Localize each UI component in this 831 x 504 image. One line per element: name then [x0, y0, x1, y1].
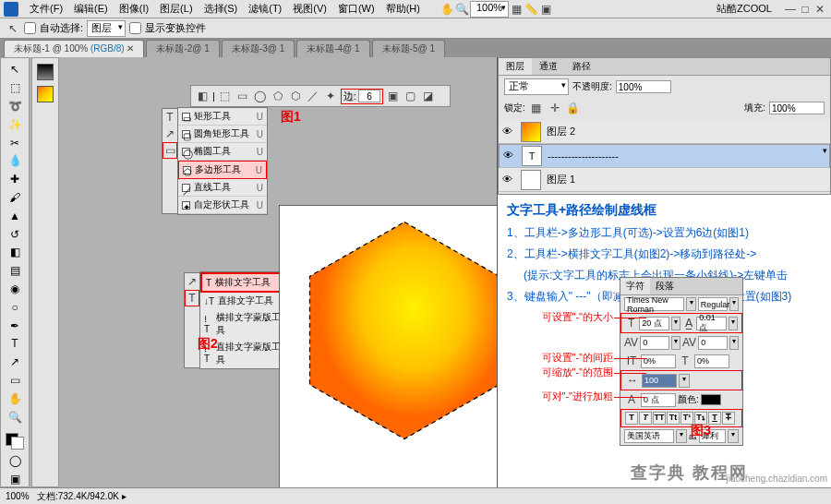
minimize-icon[interactable]: —	[783, 2, 798, 17]
menu-image[interactable]: 图像(I)	[114, 2, 154, 16]
font-family-select[interactable]: Times New Roman	[624, 297, 684, 311]
layer-row-2[interactable]: 👁 图层 2	[499, 120, 830, 144]
menu-view[interactable]: 视图(V)	[287, 2, 332, 16]
stamp-tool[interactable]: ▲	[5, 208, 25, 223]
menu-file[interactable]: 文件(F)	[24, 2, 68, 16]
flyout-horizontal-type[interactable]: T横排文字工具	[202, 274, 289, 291]
flyout-rounded-rect[interactable]: ▢圆角矩形工具U	[178, 126, 267, 143]
tab-paths[interactable]: 路径	[565, 58, 598, 75]
shape-mode-7[interactable]: ✦	[323, 89, 338, 103]
menu-help[interactable]: 帮助(H)	[380, 2, 426, 16]
type-icon-2[interactable]: T	[185, 290, 199, 306]
screen-mode-tool[interactable]: ▣	[5, 471, 25, 486]
shape-mode-5[interactable]: ⬡	[288, 89, 303, 103]
ruler-icon[interactable]: 📏	[524, 2, 538, 17]
allcaps-button[interactable]: TT	[653, 412, 666, 425]
zoom-level-select[interactable]: 100%	[470, 1, 509, 18]
layer-row-1[interactable]: 👁 图层 1	[499, 168, 830, 192]
zoom-icon[interactable]: 🔍	[455, 2, 470, 17]
hscale-input[interactable]: 100	[642, 374, 677, 388]
path-select-tool[interactable]: ↗	[5, 354, 25, 370]
pen-tool[interactable]: ✒	[5, 318, 25, 333]
nav-icon[interactable]: ▣	[538, 2, 553, 17]
heal-tool[interactable]: ✚	[5, 172, 25, 187]
tab-character[interactable]: 字符	[620, 278, 650, 294]
grid-icon[interactable]: ▦	[509, 2, 524, 17]
hand-tool[interactable]: ✋	[5, 390, 25, 406]
shape-mode-2[interactable]: ▭	[235, 89, 250, 103]
vscale-input[interactable]: 0%	[641, 354, 676, 368]
zoom-tool[interactable]: 🔍	[5, 409, 25, 425]
intersect-icon[interactable]: ◪	[421, 89, 436, 103]
close-icon[interactable]: ✕	[813, 2, 827, 17]
hand-icon[interactable]: ✋	[440, 2, 455, 17]
crop-tool[interactable]: ✂	[5, 135, 25, 150]
move-tool[interactable]: ↖	[5, 62, 25, 78]
shape-icon[interactable]: ▭	[163, 142, 177, 159]
type-icon[interactable]: T	[163, 109, 177, 126]
tab-doc-1[interactable]: 未标题-1 @ 100% (RGB/8) ✕	[4, 40, 144, 57]
shape-mode-6[interactable]: ／	[306, 89, 320, 103]
smallcaps-button[interactable]: Tt	[667, 412, 680, 425]
shape-tool[interactable]: ▭	[5, 373, 25, 389]
auto-select-dropdown[interactable]: 图层	[87, 20, 126, 37]
dropdown-icon[interactable]: ▾	[686, 297, 695, 311]
subtract-icon[interactable]: ▢	[403, 89, 418, 103]
baseline-shift-input[interactable]: 0 点	[641, 393, 676, 407]
menu-layer[interactable]: 图层(L)	[154, 2, 198, 16]
opacity-input[interactable]: 100%	[616, 80, 671, 93]
menu-window[interactable]: 窗口(W)	[332, 2, 380, 16]
combine-icon[interactable]: ▣	[386, 89, 401, 103]
flyout-custom-shape[interactable]: ✦自定形状工具U	[178, 197, 267, 214]
flyout-vertical-type[interactable]: ↓T直排文字工具	[200, 293, 291, 309]
shape-mode-4[interactable]: ⬠	[271, 89, 285, 103]
eraser-tool[interactable]: ◧	[5, 245, 25, 260]
flyout-polygon[interactable]: ⬠多边形工具U	[178, 161, 267, 179]
italic-button[interactable]: T	[639, 412, 652, 425]
arrow-icon-2[interactable]: ↗	[185, 273, 199, 290]
brush-tool[interactable]: 🖌	[5, 190, 25, 206]
tab-doc-5[interactable]: 未标题-5@ 1	[372, 40, 445, 57]
shape-mode-3[interactable]: ◯	[253, 89, 268, 103]
flyout-line[interactable]: ／直线工具U	[178, 179, 267, 197]
wand-tool[interactable]: ✨	[5, 116, 25, 132]
eyedropper-tool[interactable]: 💧	[5, 153, 25, 169]
kerning-input[interactable]: 0	[640, 336, 669, 350]
bold-button[interactable]: T	[625, 412, 638, 425]
shape-layer-icon[interactable]: ◧	[195, 89, 210, 103]
auto-select-checkbox[interactable]	[24, 22, 36, 34]
menu-edit[interactable]: 编辑(E)	[68, 2, 114, 16]
document-canvas[interactable]	[279, 205, 497, 487]
history-brush-tool[interactable]: ↺	[5, 226, 25, 242]
tab-doc-2[interactable]: 未标题-2@ 1	[146, 40, 219, 57]
lock-pixel-icon[interactable]: ▦	[529, 101, 544, 115]
tab-channels[interactable]: 通道	[532, 58, 565, 75]
font-style-select[interactable]: Regular	[698, 297, 728, 311]
blend-mode-select[interactable]: 正常	[504, 78, 569, 95]
visibility-icon[interactable]: 👁	[503, 150, 516, 162]
tab-doc-3[interactable]: 未标题-3@ 1	[222, 40, 295, 57]
swatch-1[interactable]	[37, 64, 54, 80]
marquee-tool[interactable]: ⬚	[5, 80, 25, 96]
transform-controls-checkbox[interactable]	[129, 22, 141, 34]
gradient-tool[interactable]: ▤	[5, 263, 25, 279]
lasso-tool[interactable]: ➰	[5, 99, 25, 114]
lock-all-icon[interactable]: 🔒	[566, 101, 581, 115]
swatch-2[interactable]	[37, 86, 54, 102]
tab-doc-4[interactable]: 未标题-4@ 1	[296, 40, 369, 57]
fill-input[interactable]: 100%	[769, 102, 825, 114]
menu-select[interactable]: 选择(S)	[199, 2, 244, 16]
flyout-rectangle[interactable]: ▭矩形工具U	[178, 108, 267, 126]
flyout-h-type-mask[interactable]: ⁞T横排文字蒙版工具	[200, 309, 291, 339]
visibility-icon[interactable]: 👁	[502, 174, 515, 186]
layer-row-text[interactable]: 👁 T ---------------------	[499, 144, 830, 168]
visibility-icon[interactable]: 👁	[502, 126, 515, 138]
type-tool[interactable]: T	[5, 336, 25, 352]
color-swatches[interactable]	[6, 433, 24, 450]
language-select[interactable]: 美国英语	[624, 429, 674, 443]
menu-filter[interactable]: 滤镜(T)	[243, 2, 287, 16]
tab-layers[interactable]: 图层	[499, 58, 532, 75]
dropdown-icon[interactable]: ▾	[729, 297, 739, 311]
flyout-ellipse[interactable]: ◯椭圆工具U	[178, 143, 267, 161]
arrow-icon[interactable]: ↗	[163, 126, 177, 142]
